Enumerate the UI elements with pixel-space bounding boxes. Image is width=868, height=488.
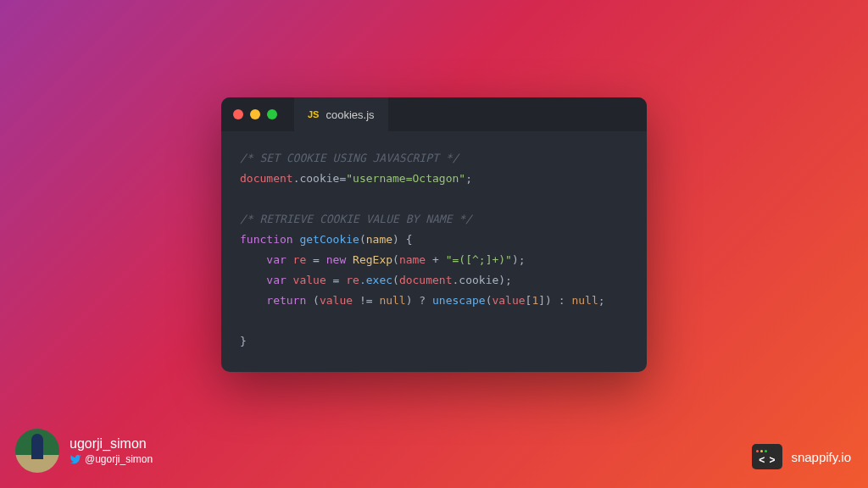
code-token: =: [313, 253, 326, 266]
code-token: "=([^;]+)": [446, 253, 512, 266]
js-file-icon: JS: [308, 109, 319, 119]
code-token: value: [492, 294, 525, 307]
twitter-icon: [70, 453, 81, 465]
code-token: function: [240, 233, 293, 246]
code-token: "username=Octagon": [346, 172, 465, 185]
code-token: (: [359, 233, 366, 246]
code-token: ]) :: [538, 294, 571, 307]
code-token: (: [392, 274, 399, 286]
code-token: document: [240, 172, 293, 185]
user-text: ugorji_simon @ugorji_simon: [70, 436, 153, 465]
code-token: var: [266, 274, 286, 286]
code-token: return: [266, 294, 306, 307]
avatar: [15, 429, 59, 473]
traffic-lights: [233, 109, 277, 119]
code-content: /* SET COOKIE USING JAVASCRIPT */ docume…: [221, 131, 647, 372]
file-tab[interactable]: JS cookies.js: [294, 97, 388, 131]
user-handle-text: @ugorji_simon: [85, 453, 153, 465]
code-token: ) ?: [406, 294, 432, 307]
code-token: var: [266, 253, 286, 266]
brand-badge[interactable]: < > snappify.io: [752, 444, 851, 469]
code-token: (: [392, 253, 399, 266]
code-indent: [240, 274, 266, 286]
code-token: RegExp: [346, 253, 392, 266]
code-indent: [240, 294, 266, 307]
code-token: unescape: [432, 294, 486, 307]
code-token: getCookie: [293, 233, 359, 246]
code-token: ;: [465, 172, 472, 185]
code-editor-window: JS cookies.js /* SET COOKIE USING JAVASC…: [221, 97, 647, 372]
code-token: name: [399, 253, 426, 266]
code-token: .cookie: [293, 172, 340, 185]
code-token: re: [346, 274, 359, 286]
code-token: (: [306, 294, 320, 307]
window-titlebar: JS cookies.js: [221, 97, 647, 131]
code-token: null: [379, 294, 405, 307]
code-comment: /* SET COOKIE USING JAVASCRIPT */: [240, 152, 459, 164]
brand-logo-icon: < >: [752, 444, 782, 469]
code-token: =: [333, 274, 347, 286]
user-badge: ugorji_simon @ugorji_simon: [15, 429, 153, 473]
user-name: ugorji_simon: [70, 436, 153, 452]
code-token: }: [240, 335, 247, 347]
brand-name: snappify.io: [791, 450, 851, 464]
code-token: name: [366, 233, 392, 246]
code-token: +: [426, 253, 445, 266]
code-token: ;: [598, 294, 605, 307]
tab-filename: cookies.js: [326, 108, 374, 121]
code-token: ) {: [392, 233, 412, 246]
code-comment: /* RETRIEVE COOKIE VALUE BY NAME */: [240, 213, 472, 225]
minimize-icon[interactable]: [250, 109, 260, 119]
close-icon[interactable]: [233, 109, 243, 119]
code-token: );: [498, 274, 512, 286]
code-indent: [240, 253, 266, 266]
code-brackets-icon: < >: [759, 455, 776, 465]
code-token: null: [571, 294, 598, 307]
code-token: value: [320, 294, 353, 307]
code-token: new: [326, 253, 346, 266]
code-token: document: [399, 274, 453, 286]
maximize-icon[interactable]: [267, 109, 277, 119]
code-token: );: [512, 253, 526, 266]
user-handle[interactable]: @ugorji_simon: [70, 453, 153, 465]
code-token: value: [287, 274, 333, 286]
code-token: .cookie: [453, 274, 499, 286]
code-token: !=: [353, 294, 379, 307]
code-token: .exec: [359, 274, 392, 286]
code-token: re: [287, 253, 313, 266]
